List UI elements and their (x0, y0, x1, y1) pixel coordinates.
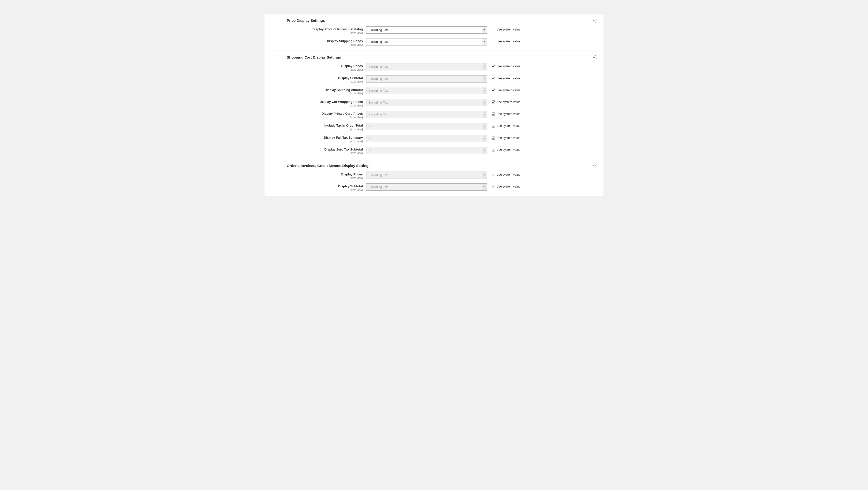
field-row-order-subtotal: Display Subtotal[store view]Excluding Ta… (269, 184, 599, 191)
section-header-price-display[interactable]: Price Display Settings (269, 19, 599, 24)
field-row-cart-prices: Display Prices[store view]Excluding TaxU… (269, 63, 599, 71)
chevron-up-icon[interactable] (593, 56, 597, 59)
use-system-label[interactable]: Use system value (496, 40, 521, 43)
section-fields: Display Prices[store view]Excluding TaxU… (269, 60, 599, 155)
use-system-checkbox-cart-full-summary[interactable] (492, 136, 495, 140)
use-system-label[interactable]: Use system value (496, 136, 521, 140)
field-control-col: No (366, 135, 487, 142)
use-system-col: Use system value (487, 63, 521, 68)
field-row-shipping-prices: Display Shipping Prices[store view]Exclu… (269, 38, 599, 46)
select-order-subtotal: Excluding Tax (366, 184, 487, 191)
field-scope: [store view] (269, 189, 363, 192)
chevron-down-icon (482, 147, 487, 154)
section-cart-display: Shopping Cart Display SettingsDisplay Pr… (269, 51, 599, 159)
use-system-col: Use system value (487, 111, 521, 116)
field-scope: [store view] (269, 31, 363, 35)
field-control-col: Excluding Tax (366, 26, 487, 34)
field-label: Display Subtotal (269, 185, 363, 188)
field-label-col: Display Prices[store view] (269, 171, 366, 179)
field-label: Display Subtotal (269, 76, 363, 80)
field-scope: [store view] (269, 68, 363, 71)
field-control-col: Excluding Tax (366, 99, 487, 106)
field-label: Display Gift Wrapping Prices (269, 100, 363, 104)
field-scope: [store view] (269, 43, 363, 46)
chevron-down-icon (482, 99, 487, 106)
field-control-col: No (366, 146, 487, 154)
select-catalog-prices[interactable]: Excluding Tax (366, 26, 487, 34)
section-price-display: Price Display SettingsDisplay Product Pr… (269, 14, 599, 51)
use-system-label[interactable]: Use system value (496, 185, 521, 188)
select-cart-full-summary: No (366, 135, 487, 142)
field-row-catalog-prices: Display Product Prices In Catalog[store … (269, 26, 599, 34)
select-cart-prices: Excluding Tax (366, 63, 487, 70)
select-value: No (366, 135, 482, 142)
use-system-checkbox-cart-shipping-amt[interactable] (492, 89, 495, 92)
use-system-checkbox-cart-printed-card[interactable] (492, 112, 495, 116)
field-control-col: Excluding Tax (366, 63, 487, 70)
chevron-down-icon (482, 184, 487, 190)
select-cart-include-tax: No (366, 123, 487, 130)
section-title: Shopping Cart Display Settings (287, 55, 341, 59)
field-label-col: Display Shipping Prices[store view] (269, 38, 366, 46)
use-system-col: Use system value (487, 87, 521, 92)
chevron-down-icon (482, 111, 487, 118)
chevron-down-icon[interactable] (482, 38, 487, 45)
field-scope: [store view] (269, 104, 363, 107)
use-system-label[interactable]: Use system value (496, 112, 521, 116)
field-label-col: Display Gift Wrapping Prices[store view] (269, 99, 366, 107)
section-header-cart-display[interactable]: Shopping Cart Display Settings (269, 55, 599, 60)
use-system-col: Use system value (487, 135, 521, 140)
field-row-cart-include-tax: Include Tax In Order Total[store view]No… (269, 123, 599, 131)
chevron-down-icon (482, 135, 487, 142)
chevron-down-icon (482, 123, 487, 130)
use-system-col: Use system value (487, 171, 521, 176)
field-label: Display Prices (269, 172, 363, 176)
use-system-checkbox-shipping-prices[interactable] (492, 40, 495, 43)
use-system-label[interactable]: Use system value (496, 173, 521, 176)
use-system-label[interactable]: Use system value (496, 89, 521, 92)
use-system-label[interactable]: Use system value (496, 148, 521, 152)
use-system-checkbox-cart-zero-subtotal[interactable] (492, 148, 495, 152)
use-system-label[interactable]: Use system value (496, 124, 521, 128)
field-control-col: Excluding Tax (366, 171, 487, 179)
use-system-label[interactable]: Use system value (496, 65, 521, 68)
use-system-checkbox-catalog-prices[interactable] (492, 28, 495, 31)
field-row-cart-shipping-amt: Display Shipping Amount[store view]Exclu… (269, 87, 599, 95)
section-fields: Display Prices[store view]Excluding TaxU… (269, 169, 599, 191)
field-row-cart-giftwrap: Display Gift Wrapping Prices[store view]… (269, 99, 599, 107)
use-system-col: Use system value (487, 75, 521, 80)
use-system-col: Use system value (487, 123, 521, 128)
field-label-col: Display Subtotal[store view] (269, 75, 366, 83)
select-value: Excluding Tax (366, 63, 482, 70)
select-value: Excluding Tax (366, 75, 482, 82)
use-system-label[interactable]: Use system value (496, 77, 521, 80)
select-value: Excluding Tax (366, 27, 482, 33)
select-value: Excluding Tax (366, 87, 482, 94)
chevron-down-icon[interactable] (482, 27, 487, 33)
field-scope: [store view] (269, 176, 363, 179)
use-system-checkbox-cart-prices[interactable] (492, 65, 495, 68)
select-value: Excluding Tax (366, 99, 482, 106)
use-system-checkbox-order-subtotal[interactable] (492, 185, 495, 188)
field-control-col: Excluding Tax (366, 75, 487, 83)
field-label-col: Display Full Tax Summary[store view] (269, 135, 366, 143)
use-system-checkbox-cart-include-tax[interactable] (492, 124, 495, 128)
section-title: Orders, Invoices, Credit Memos Display S… (287, 164, 371, 168)
field-label-col: Display Prices[store view] (269, 63, 366, 71)
use-system-label[interactable]: Use system value (496, 100, 521, 104)
use-system-label[interactable]: Use system value (496, 28, 521, 31)
use-system-checkbox-cart-subtotal[interactable] (492, 77, 495, 80)
select-shipping-prices[interactable]: Excluding Tax (366, 38, 487, 45)
chevron-up-icon[interactable] (593, 19, 597, 23)
select-value: Excluding Tax (366, 184, 482, 190)
field-label-col: Display Product Prices In Catalog[store … (269, 26, 366, 34)
use-system-checkbox-order-prices[interactable] (492, 173, 495, 176)
field-row-cart-subtotal: Display Subtotal[store view]Excluding Ta… (269, 75, 599, 83)
section-header-orders-display[interactable]: Orders, Invoices, Credit Memos Display S… (269, 164, 599, 169)
select-cart-printed-card: Excluding Tax (366, 111, 487, 118)
chevron-up-icon[interactable] (593, 164, 597, 167)
config-panel: Price Display SettingsDisplay Product Pr… (265, 14, 603, 196)
field-row-order-prices: Display Prices[store view]Excluding TaxU… (269, 171, 599, 179)
use-system-checkbox-cart-giftwrap[interactable] (492, 100, 495, 104)
field-label: Display Shipping Prices (269, 39, 363, 43)
